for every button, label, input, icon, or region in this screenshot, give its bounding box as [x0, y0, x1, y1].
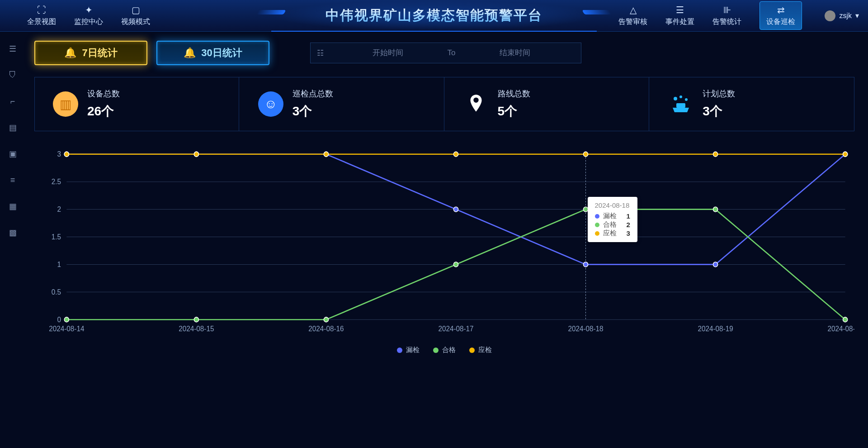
svg-point-38 — [713, 207, 717, 212]
nav-icon: ☰ — [676, 5, 684, 15]
nav-item[interactable]: ⇄设备巡检 — [760, 1, 802, 30]
nav-label: 全景视图 — [27, 17, 56, 27]
tooltip-row: 合格2 — [595, 220, 630, 229]
stat-card: ▥设备总数26个 — [35, 77, 239, 131]
svg-text:2024-08-14: 2024-08-14 — [49, 325, 84, 333]
sidebar-item[interactable]: ⛉ — [7, 70, 18, 81]
tab-30day-label: 30日统计 — [201, 46, 242, 60]
svg-point-40 — [64, 152, 69, 157]
user-menu[interactable]: zsjk ▾ — [825, 10, 859, 21]
svg-point-46 — [843, 152, 848, 157]
nav-icon: ✦ — [85, 5, 93, 15]
svg-text:2024-08-16: 2024-08-16 — [308, 325, 344, 333]
stat-label: 计划总数 — [703, 88, 735, 99]
stat-label: 设备总数 — [87, 88, 120, 99]
main: 🔔 7日统计 🔔 30日统计 ☷ To ▥设备总数26个☺巡检点总数3个路线总数… — [25, 32, 868, 448]
stat-value: 5个 — [498, 103, 530, 120]
stat-label: 巡检点总数 — [292, 88, 333, 99]
svg-point-33 — [64, 317, 69, 322]
svg-point-30 — [583, 262, 588, 267]
stat-card: 计划总数3个 — [650, 77, 854, 131]
stat-label: 路线总数 — [498, 88, 530, 99]
date-separator: To — [448, 48, 456, 57]
nav-label: 事件处置 — [665, 17, 694, 27]
svg-point-0 — [674, 97, 677, 100]
nav-icon: ▢ — [132, 5, 140, 15]
nav-label: 设备巡检 — [766, 17, 795, 27]
start-date-input[interactable] — [328, 48, 448, 57]
period-tabs: 🔔 7日统计 🔔 30日统计 ☷ To — [34, 41, 854, 65]
page-title: 中伟视界矿山多模态智能预警平台 — [326, 6, 542, 25]
location-pin-icon — [463, 91, 489, 117]
sidebar-item[interactable]: ▦ — [7, 201, 18, 212]
avatar-icon — [825, 10, 835, 21]
tab-7day[interactable]: 🔔 7日统计 — [34, 41, 147, 65]
svg-rect-3 — [676, 103, 685, 108]
stat-cards: ▥设备总数26个☺巡检点总数3个路线总数5个计划总数3个 — [34, 77, 854, 131]
svg-point-45 — [713, 152, 717, 157]
svg-text:1: 1 — [57, 260, 61, 268]
username: zsjk — [839, 12, 852, 20]
tooltip-row: 应检3 — [595, 229, 630, 238]
svg-point-34 — [194, 317, 198, 322]
date-range-picker[interactable]: ☷ To — [310, 43, 581, 63]
svg-point-1 — [679, 95, 682, 98]
sidebar-item[interactable]: ☰ — [7, 43, 18, 54]
sidebar-item[interactable]: ▩ — [7, 227, 18, 238]
svg-text:2024-08-18: 2024-08-18 — [568, 325, 603, 333]
nav-left: ⛶全景视图✦监控中心▢视频模式 — [27, 5, 150, 27]
chart-legend: 漏检 合格 应检 — [34, 346, 854, 354]
nav-item[interactable]: ☰事件处置 — [665, 5, 694, 27]
nav-label: 告警审核 — [618, 17, 647, 27]
svg-point-36 — [453, 262, 458, 267]
svg-text:2024-08-19: 2024-08-19 — [698, 325, 733, 333]
nav-icon: ⛶ — [37, 5, 46, 15]
stat-value: 26个 — [87, 103, 120, 120]
nav-icon: △ — [630, 5, 637, 15]
svg-text:0.5: 0.5 — [52, 288, 61, 295]
stat-value: 3个 — [292, 103, 333, 120]
svg-text:2.5: 2.5 — [52, 178, 61, 186]
nav-item[interactable]: ✦监控中心 — [74, 5, 103, 27]
svg-text:0: 0 — [57, 315, 61, 323]
sidebar-item[interactable]: ▣ — [7, 148, 18, 159]
end-date-input[interactable] — [455, 48, 575, 57]
legend-item-missed[interactable]: 漏检 — [397, 346, 420, 354]
nav-item[interactable]: ⛶全景视图 — [27, 5, 56, 27]
sidebar-item[interactable]: ⌐ — [7, 96, 18, 107]
svg-point-29 — [453, 207, 458, 212]
nav-item[interactable]: △告警审核 — [618, 5, 647, 27]
svg-text:2024-08-20: 2024-08-20 — [828, 325, 854, 333]
nav-label: 监控中心 — [74, 17, 103, 27]
svg-text:2024-08-15: 2024-08-15 — [179, 325, 214, 333]
sidebar: ☰⛉⌐▤▣≡▦▩ — [0, 32, 25, 448]
svg-point-44 — [583, 152, 588, 157]
stat-card: 路线总数5个 — [445, 77, 650, 131]
nav-right: △告警审核☰事件处置⊪告警统计⇄设备巡检 — [618, 1, 802, 30]
tooltip-row: 漏检1 — [595, 212, 630, 220]
svg-point-35 — [324, 317, 328, 322]
svg-point-39 — [843, 317, 848, 322]
device-icon: ▥ — [53, 91, 78, 117]
svg-point-2 — [685, 98, 688, 101]
title-banner: 中伟视界矿山多模态智能预警平台 — [271, 0, 597, 32]
svg-text:3: 3 — [57, 150, 61, 158]
sidebar-item[interactable]: ≡ — [7, 175, 18, 186]
person-icon: ☺ — [258, 91, 283, 117]
svg-point-31 — [713, 262, 717, 267]
sidebar-item[interactable]: ▤ — [7, 122, 18, 133]
legend-item-due[interactable]: 应检 — [469, 346, 492, 354]
app-header: ⛶全景视图✦监控中心▢视频模式 中伟视界矿山多模态智能预警平台 △告警审核☰事件… — [0, 0, 868, 32]
svg-text:2024-08-17: 2024-08-17 — [438, 325, 473, 333]
tooltip-date: 2024-08-18 — [595, 201, 630, 209]
tab-30day[interactable]: 🔔 30日统计 — [156, 41, 269, 65]
nav-label: 视频模式 — [121, 17, 150, 27]
nav-icon: ⇄ — [777, 5, 785, 15]
nav-item[interactable]: ⊪告警统计 — [712, 5, 741, 27]
nav-icon: ⊪ — [723, 5, 731, 15]
nav-item[interactable]: ▢视频模式 — [121, 5, 150, 27]
line-chart[interactable]: 00.511.522.532024-08-142024-08-152024-08… — [34, 149, 854, 344]
svg-point-42 — [324, 152, 328, 157]
chart-tooltip: 2024-08-18漏检1合格2应检3 — [588, 197, 637, 242]
legend-item-pass[interactable]: 合格 — [433, 346, 456, 354]
